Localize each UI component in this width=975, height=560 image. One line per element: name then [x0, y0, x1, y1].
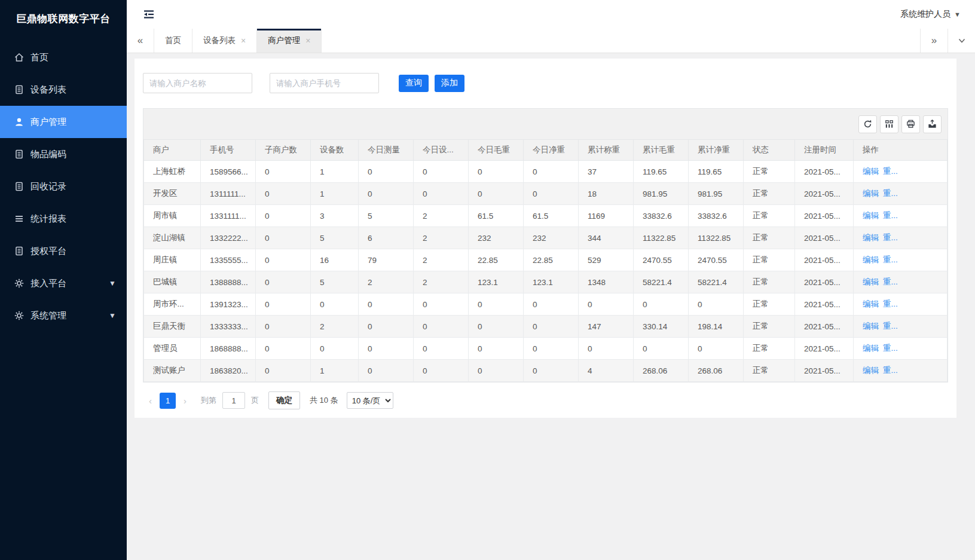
- export-button[interactable]: [923, 115, 942, 133]
- tab[interactable]: 首页: [154, 29, 192, 53]
- merchant-name-input[interactable]: [143, 73, 252, 93]
- confirm-page-button[interactable]: 确定: [268, 391, 300, 409]
- tabs-scroll-right-button[interactable]: »: [920, 29, 948, 53]
- refresh-icon: [863, 119, 873, 129]
- table-cell: 1863820...: [201, 360, 256, 382]
- tab-spacer: [322, 29, 920, 53]
- tab-list: 首页设备列表×商户管理×: [154, 29, 322, 53]
- reset-link[interactable]: 重...: [883, 189, 898, 198]
- refresh-button[interactable]: [858, 115, 877, 133]
- column-header[interactable]: 操作: [854, 140, 948, 161]
- edit-link[interactable]: 编辑: [863, 277, 879, 286]
- reset-link[interactable]: 重...: [883, 322, 898, 331]
- table-row: 巨鼎天衡1333333...020000147330.14198.14正常202…: [144, 316, 948, 338]
- column-header[interactable]: 今日净重: [524, 140, 579, 161]
- table-cell: 0: [524, 183, 579, 205]
- tabs-scroll-left-button[interactable]: «: [127, 29, 154, 53]
- edit-link[interactable]: 编辑: [863, 366, 879, 375]
- column-header[interactable]: 今日设...: [414, 140, 469, 161]
- add-button[interactable]: 添加: [435, 75, 464, 92]
- actions-cell: 编辑重...: [854, 183, 948, 205]
- reset-link[interactable]: 重...: [883, 277, 898, 286]
- table-cell: 上海虹桥: [144, 161, 201, 183]
- table-cell: 2021-05...: [795, 360, 854, 382]
- next-page-button[interactable]: ›: [180, 396, 190, 406]
- table-cell: 正常: [744, 316, 795, 338]
- tab[interactable]: 设备列表×: [192, 29, 257, 53]
- table-cell: 0: [414, 338, 469, 360]
- edit-link[interactable]: 编辑: [863, 233, 879, 242]
- tabs-menu-button[interactable]: [948, 29, 975, 53]
- reset-link[interactable]: 重...: [883, 299, 898, 308]
- page-size-select[interactable]: 10 条/页: [347, 392, 393, 409]
- collapse-sidebar-button[interactable]: [142, 7, 158, 22]
- table-cell: 0: [469, 183, 524, 205]
- merchant-table: 商户手机号子商户数设备数今日测量今日设...今日毛重今日净重累计称重累计毛重累计…: [143, 139, 948, 382]
- table-cell: 33832.6: [634, 205, 689, 227]
- user-dropdown[interactable]: 系统维护人员 ▼: [900, 9, 961, 20]
- table-cell: 4: [579, 360, 634, 382]
- reset-link[interactable]: 重...: [883, 167, 898, 176]
- table-cell: 0: [414, 316, 469, 338]
- reset-link[interactable]: 重...: [883, 211, 898, 220]
- sidebar-item-label: 首页: [30, 52, 48, 63]
- table-cell: 测试账户: [144, 360, 201, 382]
- edit-link[interactable]: 编辑: [863, 255, 879, 264]
- page-1-button[interactable]: 1: [160, 393, 176, 409]
- merchant-phone-input[interactable]: [270, 73, 379, 93]
- edit-link[interactable]: 编辑: [863, 167, 879, 176]
- goto-page-input[interactable]: [222, 392, 245, 409]
- query-button[interactable]: 查询: [399, 75, 429, 92]
- sidebar-item[interactable]: 接入平台▼: [0, 267, 127, 299]
- reset-link[interactable]: 重...: [883, 366, 898, 375]
- column-header[interactable]: 子商户数: [256, 140, 311, 161]
- table-cell: 33832.6: [689, 205, 744, 227]
- table-cell: 123.1: [524, 271, 579, 293]
- edit-link[interactable]: 编辑: [863, 344, 879, 353]
- edit-link[interactable]: 编辑: [863, 299, 879, 308]
- column-header[interactable]: 手机号: [201, 140, 256, 161]
- column-header[interactable]: 状态: [744, 140, 795, 161]
- column-header[interactable]: 累计毛重: [634, 140, 689, 161]
- column-header[interactable]: 累计净重: [689, 140, 744, 161]
- column-header[interactable]: 注册时间: [795, 140, 854, 161]
- reset-link[interactable]: 重...: [883, 233, 898, 242]
- edit-link[interactable]: 编辑: [863, 189, 879, 198]
- column-header[interactable]: 累计称重: [579, 140, 634, 161]
- table-row: 淀山湖镇1332222...056223223234411322.8511322…: [144, 227, 948, 249]
- columns-button[interactable]: [880, 115, 898, 133]
- close-icon[interactable]: ×: [241, 36, 246, 45]
- prev-page-button[interactable]: ‹: [145, 396, 155, 406]
- sidebar-item[interactable]: 首页: [0, 41, 127, 74]
- print-button[interactable]: [901, 115, 920, 133]
- edit-link[interactable]: 编辑: [863, 211, 879, 220]
- column-header[interactable]: 商户: [144, 140, 201, 161]
- table-row: 开发区1311111...01000018981.95981.95正常2021-…: [144, 183, 948, 205]
- reset-link[interactable]: 重...: [883, 255, 898, 264]
- column-header[interactable]: 设备数: [311, 140, 359, 161]
- table-cell: 1: [311, 161, 359, 183]
- table-cell: 5: [311, 227, 359, 249]
- tab[interactable]: 商户管理×: [257, 29, 322, 53]
- table-cell: 2021-05...: [795, 249, 854, 271]
- sidebar-item[interactable]: 授权平台: [0, 235, 127, 267]
- sidebar-item[interactable]: 商户管理: [0, 106, 127, 138]
- sidebar-item[interactable]: 设备列表: [0, 74, 127, 106]
- sidebar-item[interactable]: 统计报表: [0, 203, 127, 235]
- edit-link[interactable]: 编辑: [863, 322, 879, 331]
- table-cell: 37: [579, 161, 634, 183]
- table-cell: 11322.85: [689, 227, 744, 249]
- reset-link[interactable]: 重...: [883, 344, 898, 353]
- sidebar-item-label: 系统管理: [30, 310, 66, 322]
- table-cell: 2021-05...: [795, 205, 854, 227]
- column-header[interactable]: 今日毛重: [469, 140, 524, 161]
- close-icon[interactable]: ×: [305, 36, 310, 45]
- table-cell: 0: [256, 183, 311, 205]
- sidebar-item[interactable]: 物品编码: [0, 138, 127, 170]
- actions-cell: 编辑重...: [854, 227, 948, 249]
- sidebar-item-label: 商户管理: [30, 117, 66, 128]
- tab-bar: « 首页设备列表×商户管理× »: [127, 29, 975, 53]
- sidebar-item[interactable]: 回收记录: [0, 170, 127, 203]
- sidebar-item[interactable]: 系统管理▼: [0, 299, 127, 332]
- column-header[interactable]: 今日测量: [359, 140, 414, 161]
